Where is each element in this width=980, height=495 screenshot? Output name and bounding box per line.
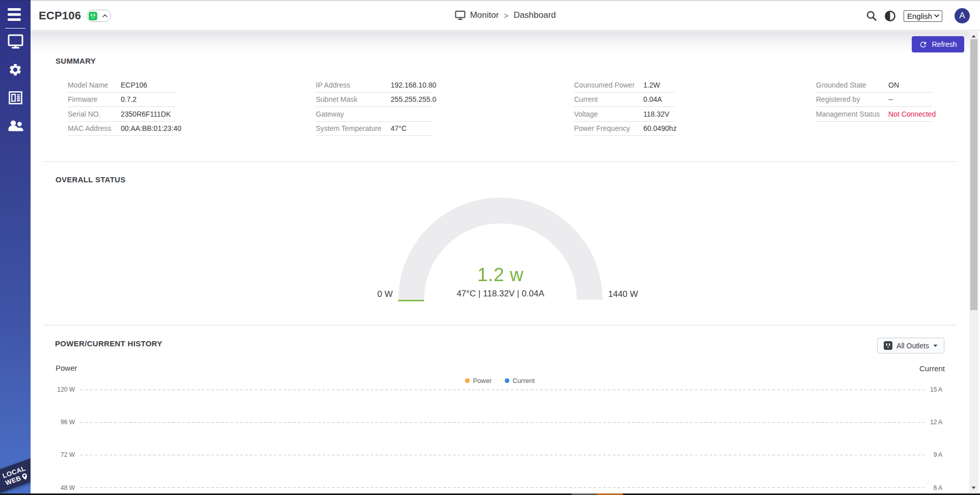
overall-status-heading: OVERALL STATUS (56, 175, 126, 184)
gauge-value: 1.2 w (386, 264, 615, 286)
gauge-value-arc (398, 300, 424, 301)
refresh-label: Refresh (932, 40, 957, 48)
left-tick-label: 96 W (44, 419, 75, 426)
bottom-edge-segment (571, 493, 597, 495)
summary-label: Subnet Mask (316, 95, 358, 103)
breadcrumb-monitor-icon (455, 10, 466, 20)
summary-value: 47°C (391, 124, 406, 132)
power-gauge (386, 191, 615, 303)
left-axis-title: Power (56, 364, 77, 372)
sidebar-divider (5, 28, 25, 29)
sidebar-item-monitor[interactable] (0, 31, 31, 54)
summary-value: 60.0490hz (643, 124, 676, 132)
local-web-ribbon: LOCAL WEB (0, 455, 31, 495)
language-select-value: English (907, 12, 932, 20)
summary-value: 255.255.255.0 (391, 95, 437, 103)
breadcrumb-page[interactable]: Dashboard (513, 10, 556, 20)
gauge-max-label: 1440 W (608, 289, 669, 299)
header-shadow (31, 31, 969, 54)
sidebar: LOCAL WEB (0, 0, 31, 495)
summary-label: Counsumed Power (574, 81, 635, 89)
right-tick-label: 12 A (912, 419, 942, 426)
summary-row: IP Address 192.168.10.80 (316, 78, 433, 93)
scrollbar-up-icon[interactable] (971, 35, 976, 38)
left-tick-label: 48 W (44, 484, 75, 491)
summary-column-device: Model Name ECP106 Firmware 0.7.2 Serial … (68, 78, 175, 136)
summary-value: 00:AA:BB:01:23:40 (121, 124, 181, 132)
vertical-scrollbar[interactable] (969, 31, 978, 493)
summary-label: Model Name (68, 81, 108, 89)
window-bottom-edge (0, 493, 980, 495)
summary-value: 2350R6F111DK (121, 110, 171, 118)
summary-label: Voltage (574, 110, 598, 118)
menu-toggle-button[interactable] (8, 8, 21, 21)
monitor-icon (8, 34, 23, 51)
right-tick-label: 15 A (912, 386, 942, 393)
refresh-icon (919, 40, 928, 49)
avatar-initial: A (959, 11, 965, 21)
summary-label: Serial NO. (68, 110, 101, 118)
gauge-min-label: 0 W (342, 289, 393, 299)
chart-gridline (80, 390, 924, 390)
chart-gridline (80, 422, 924, 423)
summary-row: Serial NO. 2350R6F111DK (68, 107, 175, 122)
summary-row: Power Frequency 60.0490hz (574, 122, 674, 136)
summary-row: Firmware 0.7.2 (68, 93, 175, 107)
chart-gridline (80, 487, 924, 488)
summary-value: 192.168.10.80 (391, 81, 437, 89)
select-chevron-down-icon (934, 14, 939, 17)
summary-row: Model Name ECP106 (68, 78, 175, 93)
right-axis-title: Current (894, 364, 945, 373)
summary-column-management: Grounded State ON Registered by -- Manag… (816, 78, 932, 122)
summary-row: MAC Address 00:AA:BB:01:23:40 (68, 122, 175, 136)
summary-row: Subnet Mask 255.255.255.0 (316, 93, 433, 107)
map-pin-icon (20, 472, 29, 481)
sidebar-item-logs[interactable] (0, 87, 31, 111)
legend-item-current[interactable]: Current (505, 377, 534, 384)
gear-icon (8, 63, 22, 79)
summary-value: 118.32V (643, 110, 669, 118)
summary-label: Firmware (68, 95, 97, 103)
right-tick-label: 9 A (912, 451, 942, 458)
summary-row: Counsumed Power 1.2W (574, 78, 674, 93)
legend-label-power: Power (473, 377, 492, 384)
legend-dot-current (505, 378, 509, 383)
left-tick-label: 72 W (44, 451, 75, 458)
summary-row: Current 0.04A (574, 93, 674, 107)
summary-value: 1.2W (643, 81, 660, 89)
sidebar-item-settings[interactable] (0, 59, 31, 82)
summary-label: IP Address (316, 81, 350, 89)
summary-value-status: Not Connected (888, 110, 936, 118)
outlet-icon (884, 341, 892, 350)
summary-row: Voltage 118.32V (574, 107, 674, 122)
summary-label: MAC Address (68, 124, 112, 132)
outlet-filter-button[interactable]: All Outlets (877, 338, 944, 353)
legend-item-power[interactable]: Power (465, 377, 492, 384)
summary-label: Current (574, 95, 598, 103)
breadcrumb: Monitor > Dashboard (31, 0, 980, 31)
summary-label: Management Status (816, 110, 880, 118)
sidebar-item-users[interactable] (0, 115, 31, 139)
window-top-edge (0, 0, 980, 1)
header: ECP106 (31, 0, 980, 31)
theme-toggle-button[interactable] (884, 10, 896, 22)
search-button[interactable] (865, 10, 878, 22)
summary-label: System Temperature (316, 124, 382, 132)
summary-value: ECP106 (121, 81, 147, 89)
avatar[interactable]: A (955, 8, 970, 23)
language-select[interactable]: English (904, 10, 942, 22)
chart-legend: Power Current (31, 377, 969, 384)
summary-label: Grounded State (816, 81, 866, 89)
scrollbar-down-icon[interactable] (971, 486, 976, 489)
contrast-icon (884, 10, 896, 22)
caret-down-icon (933, 344, 938, 347)
summary-row: Management Status Not Connected (816, 107, 932, 122)
refresh-button[interactable]: Refresh (912, 36, 964, 52)
summary-value: ON (888, 81, 899, 89)
chart-gridline (80, 455, 924, 455)
scrollbar-thumb[interactable] (970, 39, 977, 310)
main-content: Refresh SUMMARY Model Name ECP106 Firmwa… (31, 31, 969, 493)
summary-value: 0.7.2 (121, 95, 137, 103)
legend-label-current: Current (512, 377, 534, 384)
breadcrumb-section[interactable]: Monitor (470, 10, 499, 20)
